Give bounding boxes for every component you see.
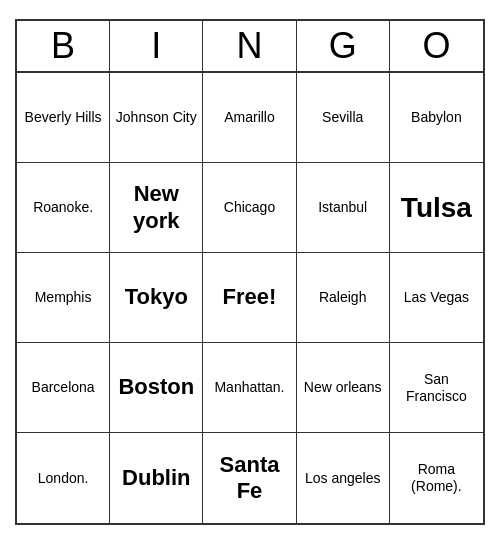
bingo-cell: Free! [203, 253, 296, 343]
header-letter: I [110, 21, 203, 71]
bingo-cell: Memphis [17, 253, 110, 343]
bingo-cell: New orleans [297, 343, 390, 433]
bingo-cell: Babylon [390, 73, 483, 163]
bingo-cell: London. [17, 433, 110, 523]
bingo-cell: Boston [110, 343, 203, 433]
bingo-cell: Johnson City [110, 73, 203, 163]
bingo-cell: Santa Fe [203, 433, 296, 523]
bingo-cell: Manhattan. [203, 343, 296, 433]
header-letter: N [203, 21, 296, 71]
bingo-cell: New york [110, 163, 203, 253]
header-letter: B [17, 21, 110, 71]
bingo-cell: Raleigh [297, 253, 390, 343]
bingo-cell: Dublin [110, 433, 203, 523]
bingo-cell: Los angeles [297, 433, 390, 523]
bingo-cell: San Francisco [390, 343, 483, 433]
bingo-cell: Istanbul [297, 163, 390, 253]
bingo-cell: Amarillo [203, 73, 296, 163]
bingo-cell: Tokyo [110, 253, 203, 343]
header-letter: O [390, 21, 483, 71]
bingo-header: BINGO [17, 21, 483, 73]
bingo-cell: Chicago [203, 163, 296, 253]
bingo-cell: Beverly Hills [17, 73, 110, 163]
bingo-card: BINGO Beverly HillsJohnson CityAmarilloS… [15, 19, 485, 525]
bingo-grid: Beverly HillsJohnson CityAmarilloSevilla… [17, 73, 483, 523]
header-letter: G [297, 21, 390, 71]
bingo-cell: Roanoke. [17, 163, 110, 253]
bingo-cell: Tulsa [390, 163, 483, 253]
bingo-cell: Sevilla [297, 73, 390, 163]
bingo-cell: Roma (Rome). [390, 433, 483, 523]
bingo-cell: Barcelona [17, 343, 110, 433]
bingo-cell: Las Vegas [390, 253, 483, 343]
